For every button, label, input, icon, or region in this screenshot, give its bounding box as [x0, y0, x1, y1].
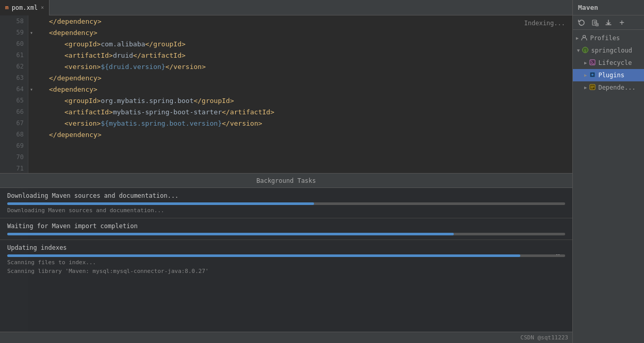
line-62: 62	[0, 61, 28, 72]
plugins-arrow-icon: ▶	[584, 73, 587, 78]
task-2-progress-bar	[7, 233, 565, 235]
dependencies-label: Depende...	[598, 84, 635, 91]
springcloud-label: springcloud	[591, 47, 632, 54]
maven-icon: m	[5, 4, 9, 11]
code-line-61: <artifactId>druid</artifactId>	[39, 49, 572, 61]
svg-text:s: s	[584, 48, 587, 53]
maven-tree: ▶ Profiles ▼ s springcloud ▶ Lifecycle ▶	[573, 30, 644, 343]
task-3-progress-fill	[7, 254, 520, 257]
maven-panel: Maven + ▶ Profiles ▼ s springc	[572, 0, 644, 343]
code-line-69	[39, 140, 572, 151]
task-3-progress-bar: ⏸	[7, 254, 565, 257]
tab-close-button[interactable]: ×	[41, 5, 44, 10]
line-59: 59	[0, 27, 28, 38]
lifecycle-arrow-icon: ▶	[584, 60, 587, 65]
task-3-subtitle-2: Scanning library 'Maven: mysql:mysql-con…	[7, 268, 565, 275]
task-3-pause-button[interactable]: ⏸	[554, 254, 562, 257]
task-1-progress-bar: ✕	[7, 202, 565, 205]
code-line-58: </dependency>	[39, 15, 572, 27]
line-70: 70	[0, 151, 28, 163]
code-line-71	[39, 163, 572, 174]
line-66: 66	[0, 106, 28, 117]
springcloud-arrow-icon: ▼	[577, 48, 580, 53]
task-3-section: Updating indexes ⏸ Scanning files to ind…	[0, 240, 572, 279]
line-69: 69	[0, 140, 28, 151]
maven-download-button[interactable]	[603, 17, 614, 28]
lifecycle-label: Lifecycle	[598, 59, 632, 66]
profiles-arrow-icon: ▶	[576, 36, 579, 41]
code-line-60: <groupId>com.alibaba</groupId>	[39, 38, 572, 49]
profiles-label: Profiles	[590, 35, 620, 42]
code-line-62: <version>${druid.version}</version>	[39, 61, 572, 72]
tree-item-dependencies[interactable]: ▶ Depende...	[573, 81, 644, 94]
plugins-icon	[589, 71, 596, 80]
maven-toolbar: +	[573, 15, 644, 30]
task-1-progress-fill	[7, 202, 314, 205]
tree-item-plugins[interactable]: ▶ Plugins	[573, 69, 644, 81]
line-67: 67	[0, 117, 28, 129]
tab-bar: m pom.xml ×	[0, 0, 644, 15]
task-2-section: Waiting for Maven import completion	[0, 218, 572, 240]
line-58: 58	[0, 15, 28, 27]
dependencies-arrow-icon: ▶	[584, 85, 587, 90]
line-65: 65	[0, 95, 28, 106]
task-2-title: Waiting for Maven import completion	[7, 222, 565, 230]
status-bar: CSDN @sqt11223	[0, 332, 572, 343]
task-2-progress-fill	[7, 233, 454, 235]
task-1-title: Downloading Maven sources and documentat…	[7, 192, 565, 199]
code-line-59: <dependency>	[39, 27, 572, 38]
tab-pom-xml[interactable]: m pom.xml ×	[0, 0, 49, 15]
background-tasks-panel: Background Tasks Downloading Maven sourc…	[0, 173, 572, 343]
springcloud-icon: s	[582, 46, 589, 55]
indexing-badge: Indexing...	[524, 20, 565, 27]
maven-add-file-button[interactable]	[589, 17, 601, 28]
background-tasks-header: Background Tasks	[0, 174, 572, 188]
line-71: 71	[0, 163, 28, 174]
line-68: 68	[0, 129, 28, 140]
line-63: 63	[0, 72, 28, 83]
line-60: 60	[0, 38, 28, 49]
maven-add-button[interactable]: +	[616, 17, 628, 28]
task-1-section: Downloading Maven sources and documentat…	[0, 188, 572, 218]
code-line-67: <version>${mybatis.spring.boot.version}<…	[39, 117, 572, 129]
maven-panel-header: Maven	[573, 0, 644, 15]
code-line-64: <dependency>	[39, 83, 572, 95]
code-line-66: <artifactId>mybatis-spring-boot-starter<…	[39, 106, 572, 117]
maven-refresh-button[interactable]	[576, 17, 587, 28]
code-line-68: </dependency>	[39, 129, 572, 140]
status-user: CSDN @sqt11223	[520, 334, 568, 341]
tab-name: pom.xml	[12, 4, 38, 11]
code-line-65: <groupId>org.mybatis.spring.boot</groupI…	[39, 95, 572, 106]
task-1-subtitle: Downloading Maven sources and documentat…	[7, 207, 565, 214]
code-line-63: </dependency>	[39, 72, 572, 83]
tree-item-springcloud[interactable]: ▼ s springcloud	[573, 44, 644, 57]
task-3-title: Updating indexes	[7, 244, 565, 251]
line-64: 64	[0, 83, 28, 95]
line-61: 61	[0, 49, 28, 61]
svg-point-7	[591, 74, 593, 76]
lifecycle-icon	[589, 59, 596, 67]
tree-item-lifecycle[interactable]: ▶ Lifecycle	[573, 57, 644, 69]
dependencies-icon	[589, 83, 596, 92]
task-3-subtitle-1: Scanning files to index...	[7, 259, 565, 266]
tree-item-profiles[interactable]: ▶ Profiles	[573, 32, 644, 44]
code-line-70	[39, 151, 572, 163]
profiles-icon	[581, 34, 588, 43]
plugins-label: Plugins	[598, 72, 624, 79]
editor-container: 58 59 60 61 62 63 64 65 66 67 68 69 70 7…	[0, 15, 572, 343]
